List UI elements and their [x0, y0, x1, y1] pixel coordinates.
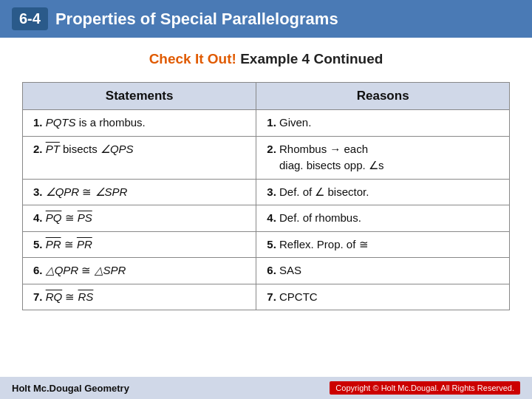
table-row-rsn-2: 2. Rhombus → each diag. bisects opp. ∠s	[256, 136, 510, 179]
proof-table-container: Statements Reasons 1. PQTS is a rhombus.…	[22, 82, 510, 310]
table-row-stmt-4: 4. PQ ≅ PS	[23, 205, 256, 232]
table-row-stmt-3: 3. ∠QPR ≅ ∠SPR	[23, 179, 256, 205]
table-row-rsn-6: 6. SAS	[256, 258, 510, 284]
table-row-rsn-7: 7. CPCTC	[256, 284, 510, 310]
table-row-stmt-1: 1. PQTS is a rhombus.	[23, 110, 256, 137]
proof-table: Statements Reasons 1. PQTS is a rhombus.…	[22, 82, 510, 310]
subheading: Check It Out! Example 4 Continued	[0, 51, 532, 67]
header-badge: 6-4	[12, 7, 48, 30]
table-row-rsn-1: 1. Given.	[256, 110, 510, 137]
footer-left: Holt Mc.Dougal Geometry	[12, 383, 129, 394]
table-row-rsn-3: 3. Def. of ∠ bisector.	[256, 179, 510, 205]
check-it-label: Check It Out!	[149, 51, 236, 66]
table-row-stmt-5: 5. PR ≅ PR	[23, 231, 256, 258]
table-row-rsn-4: 4. Def. of rhombus.	[256, 205, 510, 232]
header-bar: 6-4 Properties of Special Parallelograms	[0, 0, 532, 38]
col-reasons-header: Reasons	[256, 83, 510, 110]
header-title: Properties of Special Parallelograms	[55, 10, 338, 29]
table-row-stmt-6: 6. △QPR ≅ △SPR	[23, 258, 256, 284]
table-row-rsn-5: 5. Reflex. Prop. of ≅	[256, 231, 510, 258]
col-statements-header: Statements	[23, 83, 256, 110]
example-label: Example 4 Continued	[236, 51, 383, 66]
table-row-stmt-7: 7. RQ ≅ RS	[23, 284, 256, 310]
footer-right: Copyright © Holt Mc.Dougal. All Rights R…	[330, 381, 520, 395]
footer: Holt Mc.Dougal Geometry Copyright © Holt…	[0, 377, 532, 399]
table-row-stmt-2: 2. PT bisects ∠QPS	[23, 136, 256, 179]
